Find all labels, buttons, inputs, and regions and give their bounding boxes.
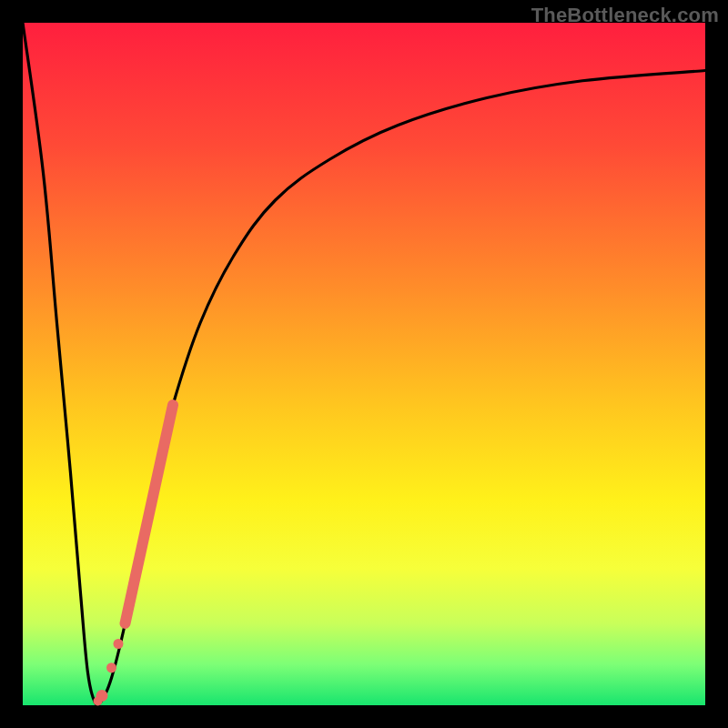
dot-b xyxy=(106,662,116,672)
segment-thick xyxy=(126,405,174,623)
chart-frame: TheBottleneck.com xyxy=(0,0,728,728)
dot-a xyxy=(114,639,124,649)
dot-d xyxy=(94,697,103,706)
plot-area xyxy=(23,23,705,705)
chart-svg xyxy=(23,23,705,705)
watermark-text: TheBottleneck.com xyxy=(531,4,719,27)
marker-layer xyxy=(94,405,174,706)
